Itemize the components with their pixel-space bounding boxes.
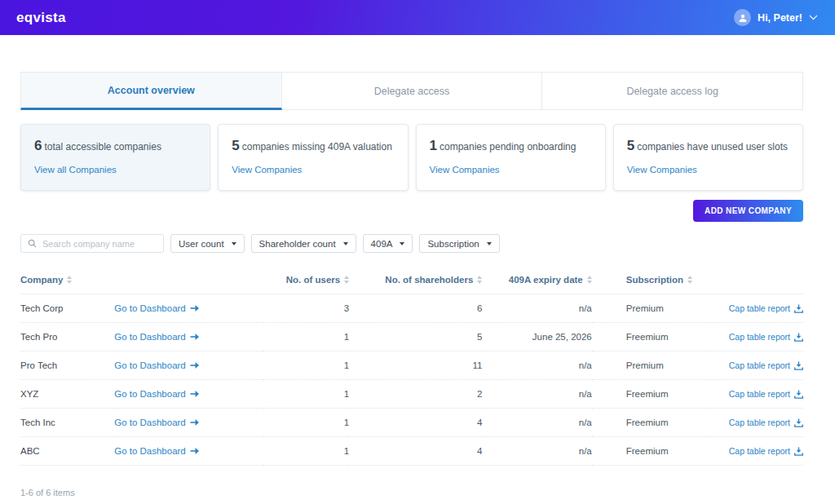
table-row: Tech Inc Go to Dashboard 1 4 n/a Freemiu… (20, 409, 803, 437)
table-row: Tech Pro Go to Dashboard 1 5 June 25, 20… (20, 323, 803, 351)
cap-table-report-link[interactable]: Cap table report (729, 360, 803, 370)
download-icon (794, 447, 803, 456)
column-header-subscription: Subscription (626, 275, 683, 285)
user-avatar-icon (734, 9, 751, 26)
sort-icon[interactable] (587, 276, 592, 284)
tab-bar: Account overviewDelegate accessDelegate … (20, 72, 803, 110)
stat-card: 5companies missing 409A valuation View C… (218, 124, 408, 191)
stat-cards-row: 6total accessible companies View all Com… (20, 124, 803, 191)
cap-table-report-link[interactable]: Cap table report (729, 332, 803, 342)
stat-card-value: 6 (34, 138, 42, 153)
subscription-plan: Freemium (592, 323, 709, 351)
user-greeting: Hi, Peter! (758, 12, 802, 24)
view-companies-link[interactable]: View Companies (627, 165, 697, 175)
stat-card-label: total accessible companies (44, 141, 161, 153)
company-name: ABC (20, 437, 114, 466)
actions-row: ADD NEW COMPANY (20, 200, 803, 222)
chevron-down-icon (809, 15, 818, 20)
tab-delegate-access[interactable]: Delegate access (282, 72, 543, 110)
arrow-right-icon (190, 304, 200, 312)
go-to-dashboard-link[interactable]: Go to Dashboard (114, 389, 200, 399)
main-content: Account overviewDelegate accessDelegate … (0, 72, 824, 497)
go-to-dashboard-link[interactable]: Go to Dashboard (114, 360, 200, 370)
filter-row: User count Shareholder count 409A Subscr… (20, 234, 803, 253)
sort-icon[interactable] (477, 276, 482, 284)
column-header-users: No. of users (286, 275, 340, 285)
stat-card-label: companies missing 409A valuation (242, 141, 392, 153)
409a-expiry-date: June 25, 2026 (482, 323, 591, 351)
sort-icon[interactable] (67, 276, 72, 284)
subscription-plan: Freemium (592, 380, 709, 409)
search-input[interactable] (42, 239, 157, 249)
cap-table-report-link[interactable]: Cap table report (729, 446, 803, 456)
caret-down-icon (487, 242, 492, 245)
stat-card-label: companies have unused user slots (637, 141, 788, 153)
cap-table-report-link[interactable]: Cap table report (729, 389, 803, 399)
table-header-row: Company No. of users No. of shareholders… (20, 270, 803, 294)
stat-card-value: 5 (627, 138, 634, 153)
shareholders-count: 6 (349, 294, 482, 323)
company-name: Tech Corp (20, 294, 114, 323)
shareholders-count: 4 (349, 437, 482, 466)
download-icon (794, 361, 803, 370)
go-to-dashboard-link[interactable]: Go to Dashboard (114, 303, 200, 313)
arrow-right-icon (190, 447, 200, 455)
column-header-shareholders: No. of shareholders (385, 275, 473, 285)
tab-delegate-access-log[interactable]: Delegate access log (542, 72, 803, 110)
add-new-company-button[interactable]: ADD NEW COMPANY (693, 200, 803, 222)
users-count: 1 (263, 351, 350, 380)
stat-card: 5companies have unused user slots View C… (613, 124, 803, 191)
company-search-box (20, 234, 164, 253)
stat-card: 6total accessible companies View all Com… (20, 124, 210, 191)
go-to-dashboard-link[interactable]: Go to Dashboard (114, 332, 200, 342)
subscription-plan: Freemium (592, 437, 709, 466)
eqvista-logo[interactable]: eqvista (16, 10, 66, 26)
companies-table: Company No. of users No. of shareholders… (20, 270, 803, 466)
shareholders-count: 11 (349, 351, 482, 380)
409a-expiry-date: n/a (482, 294, 591, 323)
filter-dropdown-409a[interactable]: 409A (363, 234, 413, 253)
cap-table-report-link[interactable]: Cap table report (729, 418, 803, 427)
tab-account-overview[interactable]: Account overview (20, 72, 282, 110)
download-icon (794, 304, 803, 313)
stat-card-value: 1 (430, 138, 437, 153)
arrow-right-icon (190, 390, 200, 398)
company-name: XYZ (20, 380, 114, 409)
subscription-plan: Freemium (592, 409, 709, 437)
sort-icon[interactable] (344, 276, 349, 284)
users-count: 3 (263, 294, 350, 323)
sort-icon[interactable] (687, 276, 692, 284)
409a-expiry-date: n/a (482, 380, 591, 409)
user-menu[interactable]: Hi, Peter! (734, 9, 818, 26)
filter-dropdown-subscription[interactable]: Subscription (419, 234, 499, 253)
column-header-409a-expiry: 409A expiry date (509, 275, 583, 285)
stat-card-label: companies pending onboarding (440, 141, 576, 153)
view-companies-link[interactable]: View Companies (430, 165, 500, 175)
download-icon (794, 333, 803, 342)
users-count: 1 (263, 380, 350, 409)
column-header-company: Company (20, 275, 63, 285)
go-to-dashboard-link[interactable]: Go to Dashboard (114, 446, 200, 456)
filter-dropdown-shareholder-count[interactable]: Shareholder count (251, 234, 356, 253)
caret-down-icon (343, 242, 348, 245)
company-name: Pro Tech (20, 351, 114, 380)
caret-down-icon (232, 242, 236, 245)
go-to-dashboard-link[interactable]: Go to Dashboard (114, 418, 200, 427)
view-companies-link[interactable]: View Companies (232, 165, 302, 175)
arrow-right-icon (190, 333, 200, 341)
cap-table-report-link[interactable]: Cap table report (729, 303, 803, 313)
table-row: XYZ Go to Dashboard 1 2 n/a Freemium Cap… (20, 380, 803, 409)
view-companies-link[interactable]: View all Companies (34, 165, 117, 175)
shareholders-count: 4 (349, 409, 482, 437)
table-row: ABC Go to Dashboard 1 4 n/a Freemium Cap… (20, 437, 803, 466)
409a-expiry-date: n/a (482, 351, 591, 380)
subscription-plan: Premium (592, 351, 709, 380)
table-row: Tech Corp Go to Dashboard 3 6 n/a Premiu… (20, 294, 803, 323)
download-icon (794, 418, 803, 427)
filter-dropdown-user-count[interactable]: User count (170, 234, 245, 253)
pagination-summary: 1-6 of 6 items (20, 488, 803, 497)
top-navigation-bar: eqvista Hi, Peter! (0, 0, 835, 35)
table-row: Pro Tech Go to Dashboard 1 11 n/a Premiu… (20, 351, 803, 380)
users-count: 1 (263, 409, 350, 437)
409a-expiry-date: n/a (482, 409, 591, 437)
